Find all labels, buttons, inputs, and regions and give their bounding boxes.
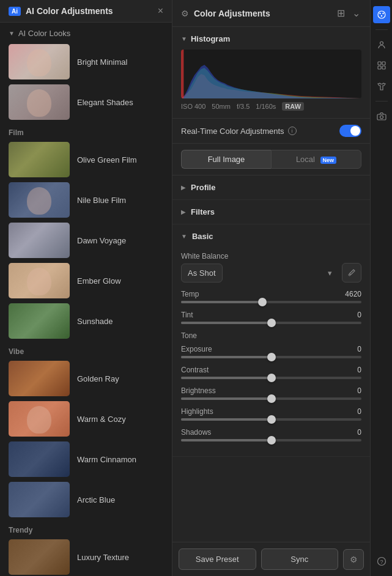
basic-header[interactable]: ▼ Basic <box>172 224 370 248</box>
brightness-slider[interactable] <box>181 397 361 400</box>
toolbar-person-button[interactable] <box>373 36 390 53</box>
profile-title: Profile <box>191 183 215 192</box>
histogram-canvas <box>181 50 361 98</box>
temp-slider[interactable] <box>181 301 361 303</box>
realtime-toggle[interactable] <box>339 125 361 137</box>
svg-point-6 <box>380 42 383 45</box>
category-film: Film <box>0 122 172 139</box>
temp-slider-thumb[interactable] <box>258 298 267 306</box>
local-new-badge: New <box>320 157 337 164</box>
shadows-slider-thumb[interactable] <box>267 436 276 445</box>
settings-button[interactable]: ⚙ <box>343 549 364 570</box>
tint-group: Tint 0 <box>181 311 361 324</box>
filters-title: Filters <box>191 207 215 216</box>
basic-arrow-icon: ▼ <box>181 233 187 240</box>
exposure-label: Exposure <box>181 345 212 353</box>
left-panel-header: Ai AI Color Adjustments × <box>0 0 172 23</box>
highlights-value: 0 <box>357 407 361 416</box>
shadows-slider[interactable] <box>181 439 361 441</box>
toolbar-camera-button[interactable] <box>373 108 390 125</box>
info-icon[interactable]: i <box>288 127 297 135</box>
header-left: Ai AI Color Adjustments <box>9 6 113 16</box>
preset-item-bright-minimal[interactable]: Bright Minimal <box>0 42 172 82</box>
bottom-bar: Save Preset Sync ⚙ <box>172 542 370 576</box>
exposure-value: 0 <box>357 345 361 353</box>
save-preset-button[interactable]: Save Preset <box>179 548 256 570</box>
person-icon <box>377 40 386 50</box>
basic-section: ▼ Basic White Balance As Shot <box>172 224 370 457</box>
iso-value: ISO 400 <box>181 103 205 110</box>
right-header-icons: ⊞ ⌄ <box>336 6 361 20</box>
toolbar-tshirt-button[interactable] <box>373 78 390 95</box>
preset-item-warm-cozy[interactable]: Warm & Cozy <box>0 399 172 439</box>
profile-header[interactable]: ▶ Profile <box>172 175 370 199</box>
exposure-group: Exposure 0 <box>181 345 361 358</box>
tab-full-image[interactable]: Full Image <box>181 150 271 169</box>
brightness-slider-thumb[interactable] <box>267 394 276 403</box>
preset-item-elegant-shades[interactable]: Elegant Shades <box>0 82 172 122</box>
shadows-label-row: Shadows 0 <box>181 428 361 437</box>
wb-label-row: White Balance <box>181 252 361 260</box>
svg-point-2 <box>378 11 385 18</box>
preset-item-luxury-texture[interactable]: Luxury Texture <box>0 537 172 576</box>
filters-header[interactable]: ▶ Filters <box>172 200 370 224</box>
preset-thumb-warm-cozy <box>9 401 70 437</box>
tab-row: Full Image Local New <box>172 144 370 175</box>
grid-icon <box>377 61 386 70</box>
exposure-slider-thumb[interactable] <box>267 353 276 361</box>
wb-eyedropper-button[interactable] <box>342 263 361 282</box>
preset-item-arctic-blue[interactable]: Arctic Blue <box>0 479 172 520</box>
exposure-slider-fill <box>181 356 272 358</box>
wb-select[interactable]: As Shot <box>181 264 223 282</box>
chevron-icon[interactable]: ⌄ <box>351 6 361 20</box>
contrast-label: Contrast <box>181 366 209 374</box>
preset-name-luxury-texture: Luxury Texture <box>77 553 129 562</box>
eyedropper-icon <box>347 268 356 277</box>
preset-thumb-ember-glow <box>9 263 70 298</box>
sync-button[interactable]: Sync <box>261 548 339 570</box>
preset-name-bright-minimal: Bright Minimal <box>77 57 127 67</box>
layout-toggle-icon[interactable]: ⊞ <box>336 6 346 20</box>
highlights-slider[interactable] <box>181 418 361 421</box>
right-panel-title: Color Adjustments <box>194 9 270 18</box>
contrast-slider-fill <box>181 377 272 379</box>
preset-item-olive-green-film[interactable]: Olive Green Film <box>0 139 172 180</box>
arrow-icon: ▼ <box>9 30 15 37</box>
tint-slider-thumb[interactable] <box>267 319 276 327</box>
preset-item-golden-ray[interactable]: Golden Ray <box>0 358 172 399</box>
preset-item-dawn-voyage[interactable]: Dawn Voyage <box>0 220 172 260</box>
exposure-label-row: Exposure 0 <box>181 345 361 353</box>
preset-thumb-arctic-blue <box>9 482 70 517</box>
tint-slider[interactable] <box>181 322 361 324</box>
tint-value: 0 <box>357 311 361 319</box>
contrast-slider[interactable] <box>181 377 361 379</box>
tab-local[interactable]: Local New <box>271 150 361 169</box>
toolbar-palette-button[interactable] <box>373 6 390 23</box>
shadows-group: Shadows 0 <box>181 428 361 441</box>
lens-value: 50mm <box>212 103 231 110</box>
left-panel-title: AI Color Adjustments <box>26 6 113 16</box>
preset-thumb-luxury-texture <box>9 539 70 575</box>
toolbar-grid-button[interactable] <box>373 57 390 74</box>
highlights-slider-thumb[interactable] <box>267 415 276 424</box>
preset-thumb-olive-green <box>9 142 70 177</box>
preset-item-nile-blue-film[interactable]: Nile Blue Film <box>0 180 172 220</box>
temp-label: Temp <box>181 290 199 298</box>
preset-item-ember-glow[interactable]: Ember Glow <box>0 260 172 301</box>
toolbar-help-button[interactable]: ? <box>373 553 390 570</box>
highlights-group: Highlights 0 <box>181 407 361 421</box>
preset-group-trendy: Luxury Texture Visual Impact <box>0 537 172 576</box>
contrast-slider-thumb[interactable] <box>267 374 276 382</box>
brightness-label: Brightness <box>181 386 216 395</box>
ai-looks-header: ▼ AI Color Looks <box>0 23 172 42</box>
shutter-value: 1/160s <box>256 103 276 110</box>
preset-item-sunshade[interactable]: Sunshade <box>0 301 172 341</box>
exposure-slider[interactable] <box>181 356 361 358</box>
filters-arrow-icon: ▶ <box>181 209 186 215</box>
tint-slider-fill <box>181 322 272 324</box>
shadows-value: 0 <box>357 428 361 437</box>
preset-name-dawn-voyage: Dawn Voyage <box>77 236 126 245</box>
question-icon: ? <box>377 556 386 566</box>
preset-item-warm-cinnamon[interactable]: Warm Cinnamon <box>0 439 172 479</box>
close-button[interactable]: × <box>158 6 163 16</box>
